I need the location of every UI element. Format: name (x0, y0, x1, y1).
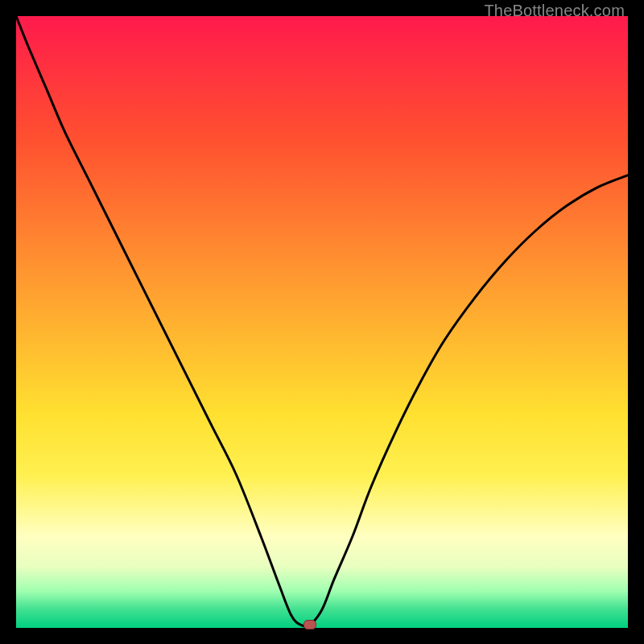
bottleneck-curve (16, 16, 628, 628)
chart-container: TheBottleneck.com (0, 0, 644, 644)
minimum-marker (303, 620, 316, 630)
